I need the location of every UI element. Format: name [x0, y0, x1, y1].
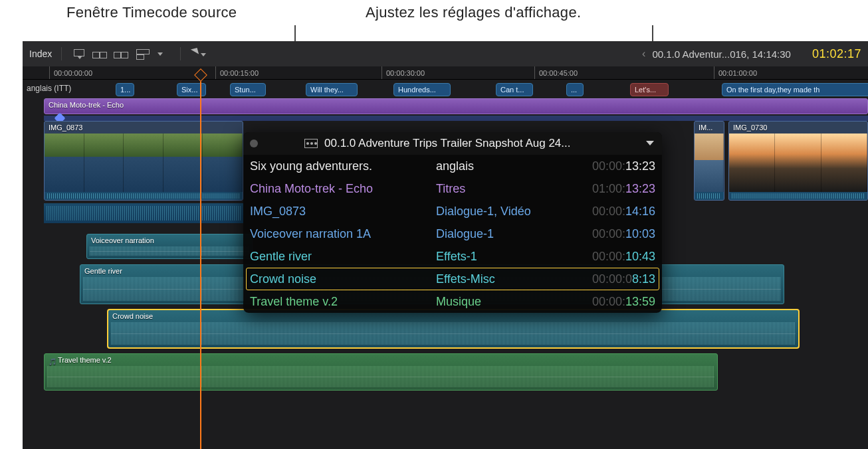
- display-settings-caret-icon[interactable]: [645, 138, 655, 149]
- ruler-tick: 00:00:30:00: [381, 66, 425, 79]
- timeline-app: Index ‹ 00.1.0 Adventur...016, 14:14:30 …: [23, 41, 868, 449]
- clip-name-cell: IMG_0873: [243, 200, 429, 223]
- timecode-cell: 00:00:13:59: [562, 290, 662, 313]
- table-row[interactable]: Crowd noiseEffets-Misc00:00:08:13: [243, 268, 662, 290]
- index-button[interactable]: Index: [29, 48, 52, 59]
- project-name: 00.1.0 Adventur...016, 14:14:30: [652, 48, 791, 60]
- caption-clip[interactable]: Will they...: [306, 83, 358, 96]
- title-clip[interactable]: China Moto-trek - Echo: [44, 98, 868, 114]
- role-cell: Dialogue-1, Vidéo: [429, 200, 562, 223]
- video-clip[interactable]: IMG_0730: [728, 121, 868, 201]
- caption-clip[interactable]: Six...: [177, 83, 206, 96]
- caption-clip[interactable]: Let's...: [630, 83, 669, 96]
- clip-name-cell: Crowd noise: [243, 268, 429, 290]
- clip-name-cell: China Moto-trek - Echo: [243, 177, 429, 200]
- video-clip[interactable]: IM...: [694, 121, 724, 201]
- clip-name-cell: Six young adventurers.: [243, 155, 429, 177]
- timecode-cell: 00:00:10:43: [562, 245, 662, 268]
- edit-mode-icons: [71, 48, 171, 59]
- role-cell: Dialogue-1: [429, 223, 562, 245]
- audio-clip[interactable]: Voiceover narration: [86, 234, 253, 259]
- role-cell: Effets-Misc: [429, 268, 562, 290]
- caption-lane-label: anglais (ITT): [27, 84, 71, 93]
- edit-mode-caret-icon[interactable]: [156, 48, 171, 59]
- role-cell: Musique: [429, 290, 562, 313]
- clip-label: Gentle river: [84, 267, 122, 275]
- timeline-toolbar: Index ‹ 00.1.0 Adventur...016, 14:14:30 …: [23, 41, 868, 66]
- ruler-tick: 00:01:00:00: [714, 66, 757, 79]
- clip-label: Voiceover narration: [91, 236, 154, 244]
- timecode-cell: 01:00:13:23: [562, 177, 662, 200]
- timecode-cell: 00:00:10:03: [562, 223, 662, 245]
- connect-icon[interactable]: [114, 48, 128, 59]
- caption-lane: anglais (ITT) 1...Six...Stun...Will they…: [23, 81, 868, 98]
- storyline-bar: [44, 116, 868, 121]
- timecode-cell: 00:00:14:16: [562, 200, 662, 223]
- table-row[interactable]: Travel theme v.2Musique00:00:13:59: [243, 290, 662, 313]
- table-row[interactable]: China Moto-trek - EchoTitres01:00:13:23: [243, 177, 662, 200]
- insert-icon[interactable]: [71, 48, 86, 59]
- select-tool-icon[interactable]: [190, 48, 207, 59]
- timecode-cell: 00:00:08:13: [562, 268, 662, 290]
- source-timecode-table: Six young adventurers.anglais00:00:13:23…: [243, 155, 662, 313]
- clip-name-cell: Travel theme v.2: [243, 290, 429, 313]
- timeline-history-breadcrumb[interactable]: ‹ 00.1.0 Adventur...016, 14:14:30: [642, 48, 791, 60]
- append-icon[interactable]: [92, 48, 107, 59]
- filmstrip-icon: [304, 139, 318, 148]
- clip-label: IMG_0873: [49, 124, 82, 132]
- source-timecode-header[interactable]: 00.1.0 Adventure Trips Trailer Snapshot …: [243, 132, 662, 155]
- clip-name-cell: Gentle river: [243, 245, 429, 268]
- table-row[interactable]: Voiceover narration 1ADialogue-100:00:10…: [243, 223, 662, 245]
- video-clip[interactable]: IMG_0873: [44, 121, 243, 201]
- clip-label: China Moto-trek - Echo: [49, 101, 124, 109]
- master-timecode[interactable]: 01:02:17: [812, 47, 861, 61]
- role-cell: Titres: [429, 177, 562, 200]
- annotation-source-timecode-window: Fenêtre Timecode source: [66, 4, 237, 21]
- source-timecode-window[interactable]: 00.1.0 Adventure Trips Trailer Snapshot …: [243, 132, 662, 313]
- annotation-display-settings: Ajustez les réglages d'affichage.: [366, 4, 581, 21]
- caption-clip[interactable]: Hundreds...: [393, 83, 451, 96]
- timecode-cell: 00:00:13:23: [562, 155, 662, 177]
- clip-name-cell: Voiceover narration 1A: [243, 223, 429, 245]
- overwrite-icon[interactable]: [135, 48, 150, 59]
- clip-label: Crowd noise: [112, 312, 153, 320]
- ruler-tick: 00:00:45:00: [534, 66, 578, 79]
- project-title: 00.1.0 Adventure Trips Trailer Snapshot …: [324, 137, 638, 150]
- role-cell: anglais: [429, 155, 562, 177]
- playhead[interactable]: [200, 78, 201, 449]
- table-row[interactable]: Six young adventurers.anglais00:00:13:23: [243, 155, 662, 177]
- caption-clip[interactable]: 1...: [116, 83, 134, 96]
- table-row[interactable]: Gentle riverEffets-100:00:10:43: [243, 245, 662, 268]
- clip-label: IMG_0730: [733, 124, 767, 132]
- audio-clip[interactable]: Travel theme v.2: [44, 353, 718, 391]
- caption-clip[interactable]: Can t...: [496, 83, 533, 96]
- clip-label: Travel theme v.2: [49, 356, 112, 365]
- audio-under-video[interactable]: [44, 203, 243, 223]
- role-cell: Effets-1: [429, 245, 562, 268]
- audio-clip[interactable]: Crowd noise: [108, 310, 799, 348]
- chevron-left-icon[interactable]: ‹: [642, 48, 645, 60]
- clip-label: IM...: [699, 124, 712, 132]
- ruler-tick: 00:00:15:00: [215, 66, 259, 79]
- caption-clip[interactable]: On the first day,they made th: [722, 83, 868, 96]
- caption-clip[interactable]: ...: [566, 83, 584, 96]
- ruler-tick: 00:00:00:00: [49, 66, 92, 79]
- table-row[interactable]: IMG_0873Dialogue-1, Vidéo00:00:14:16: [243, 200, 662, 223]
- caption-clip[interactable]: Stun...: [230, 83, 266, 96]
- window-control-icon[interactable]: [250, 139, 258, 147]
- timeline-ruler[interactable]: 00:00:00:0000:00:15:0000:00:30:0000:00:4…: [23, 66, 868, 80]
